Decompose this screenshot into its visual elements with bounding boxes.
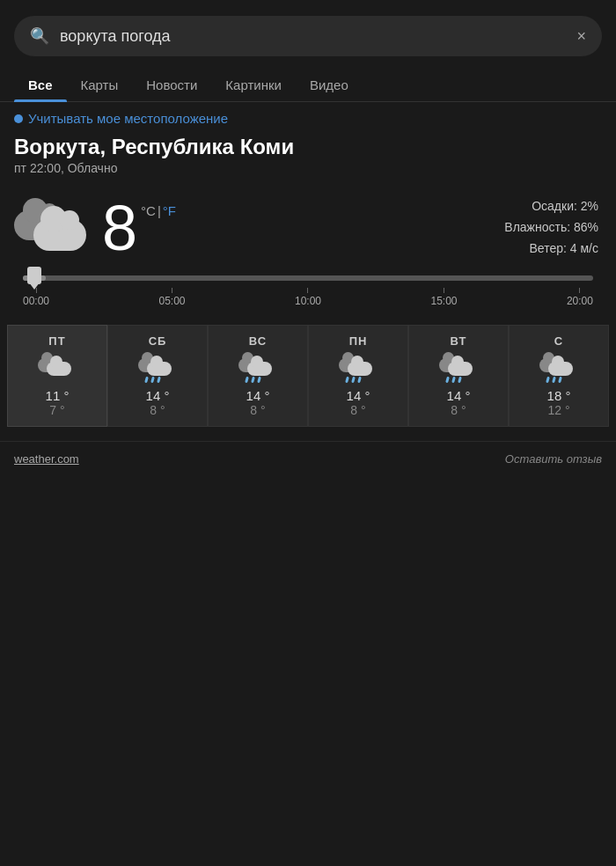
sm-cloud-front-2 — [247, 362, 272, 376]
drop — [351, 377, 356, 384]
drop — [345, 377, 349, 384]
thumb-pin — [27, 267, 41, 284]
forecast-row: ПТ 11 ° 7 ° СБ 14 ° 8 ° — [7, 325, 609, 427]
drop — [251, 377, 255, 384]
location-dot-icon — [14, 114, 23, 123]
search-bar[interactable]: 🔍 × — [14, 16, 602, 56]
day-high-1: 14 ° — [146, 388, 170, 403]
tick-label-1: 05:00 — [158, 295, 185, 307]
tick-line — [444, 288, 444, 293]
day-icon-5 — [539, 355, 578, 381]
tick-1500: 15:00 — [430, 288, 457, 307]
search-icon: 🔍 — [30, 26, 49, 46]
tick-label-4: 20:00 — [567, 295, 593, 307]
precipitation-label: Осадки: 2% — [504, 196, 598, 217]
forecast-day-3[interactable]: ПН 14 ° 8 ° — [308, 325, 408, 427]
weather-icon-large — [14, 202, 93, 254]
day-name-3: ПН — [349, 334, 368, 348]
weather-details: Осадки: 2% Влажность: 86% Ветер: 4 м/с — [504, 196, 602, 259]
location-link[interactable]: Учитывать мое местоположение — [0, 102, 616, 129]
weather-main: 8 °C | °F Осадки: 2% Влажность: 86% Вете… — [0, 187, 616, 275]
humidity-label: Влажность: 86% — [504, 217, 598, 239]
search-tabs: Все Карты Новости Картинки Видео — [0, 69, 616, 102]
day-name-0: ПТ — [48, 334, 65, 348]
day-icon-1 — [138, 355, 177, 381]
day-high-4: 14 ° — [447, 388, 471, 403]
day-high-2: 14 ° — [246, 388, 270, 403]
forecast-day-5[interactable]: С 18 ° 12 ° — [509, 325, 609, 427]
drop — [445, 377, 450, 384]
unit-separator: | — [158, 203, 161, 218]
tab-news[interactable]: Новости — [132, 69, 211, 101]
footer: weather.com Оставить отзыв — [0, 441, 616, 480]
timeline: 00:00 05:00 10:00 15:00 20:00 — [0, 275, 616, 312]
tab-maps[interactable]: Карты — [67, 69, 133, 101]
tab-all[interactable]: Все — [14, 69, 67, 101]
tab-images[interactable]: Картинки — [211, 69, 296, 101]
tick-line — [579, 288, 580, 293]
unit-celsius[interactable]: °C — [141, 203, 156, 218]
sm-cloud-front — [47, 362, 71, 376]
sm-cloud-front-3 — [348, 362, 372, 376]
day-high-5: 18 ° — [547, 388, 571, 403]
search-input[interactable] — [60, 27, 566, 46]
tick-label-0: 00:00 — [23, 295, 49, 307]
wind-label: Ветер: 4 м/с — [504, 239, 598, 260]
drop — [558, 377, 562, 384]
drop — [357, 377, 362, 384]
forecast-section: ПТ 11 ° 7 ° СБ 14 ° 8 ° — [0, 312, 616, 437]
day-name-4: ВТ — [451, 334, 467, 348]
sm-cloud-front-4 — [448, 362, 473, 376]
day-name-5: С — [554, 334, 563, 348]
drop — [458, 377, 462, 384]
rain-drops-2 — [246, 377, 260, 383]
day-low-2: 8 ° — [250, 403, 265, 417]
temperature-block: 8 °C | °F — [102, 196, 176, 260]
day-name-2: ВС — [249, 334, 267, 348]
sm-cloud-front-5 — [548, 362, 573, 376]
tick-0500: 05:00 — [158, 288, 185, 307]
rain-drops-3 — [346, 377, 361, 383]
cloud-front-shape — [33, 219, 86, 251]
location-link-label: Учитывать мое местоположение — [28, 111, 228, 126]
sm-cloud-front-1 — [147, 362, 172, 376]
day-icon-4 — [439, 355, 478, 381]
day-low-0: 7 ° — [49, 403, 64, 417]
forecast-day-4[interactable]: ВТ 14 ° 8 ° — [408, 325, 509, 427]
forecast-day-2[interactable]: ВС 14 ° 8 ° — [208, 325, 308, 427]
day-name-1: СБ — [149, 334, 167, 348]
day-high-3: 14 ° — [347, 388, 370, 403]
tick-label-3: 15:00 — [430, 295, 457, 307]
rain-drops-4 — [446, 377, 461, 383]
day-high-0: 11 ° — [46, 388, 70, 403]
temperature-units: °C | °F — [141, 203, 176, 218]
day-low-5: 12 ° — [547, 403, 569, 417]
clear-icon[interactable]: × — [576, 27, 586, 46]
day-icon-3 — [339, 355, 378, 381]
drop — [451, 377, 456, 384]
tick-1000: 10:00 — [295, 288, 321, 307]
forecast-day-0[interactable]: ПТ 11 ° 7 ° — [7, 325, 107, 427]
unit-fahrenheit[interactable]: °F — [163, 203, 176, 218]
slider-thumb[interactable] — [25, 267, 44, 291]
slider-track[interactable] — [23, 275, 593, 281]
city-name: Воркута, Республика Коми — [0, 129, 616, 161]
tick-line — [172, 288, 172, 293]
day-low-4: 8 ° — [451, 403, 466, 417]
rain-drops-5 — [546, 377, 561, 383]
source-link[interactable]: weather.com — [14, 452, 79, 466]
temperature-value: 8 — [102, 196, 137, 260]
day-low-1: 8 ° — [150, 403, 165, 417]
timeline-ticks: 00:00 05:00 10:00 15:00 20:00 — [14, 281, 602, 307]
feedback-link[interactable]: Оставить отзыв — [505, 452, 602, 466]
drop — [552, 377, 556, 384]
tick-2000: 20:00 — [567, 288, 593, 307]
tick-label-2: 10:00 — [295, 295, 321, 307]
drop — [257, 377, 261, 384]
day-low-3: 8 ° — [350, 403, 365, 417]
forecast-day-1[interactable]: СБ 14 ° 8 ° — [107, 325, 208, 427]
tab-video[interactable]: Видео — [296, 69, 363, 101]
day-icon-0 — [38, 355, 77, 381]
drop — [546, 377, 550, 384]
drop — [144, 377, 149, 384]
